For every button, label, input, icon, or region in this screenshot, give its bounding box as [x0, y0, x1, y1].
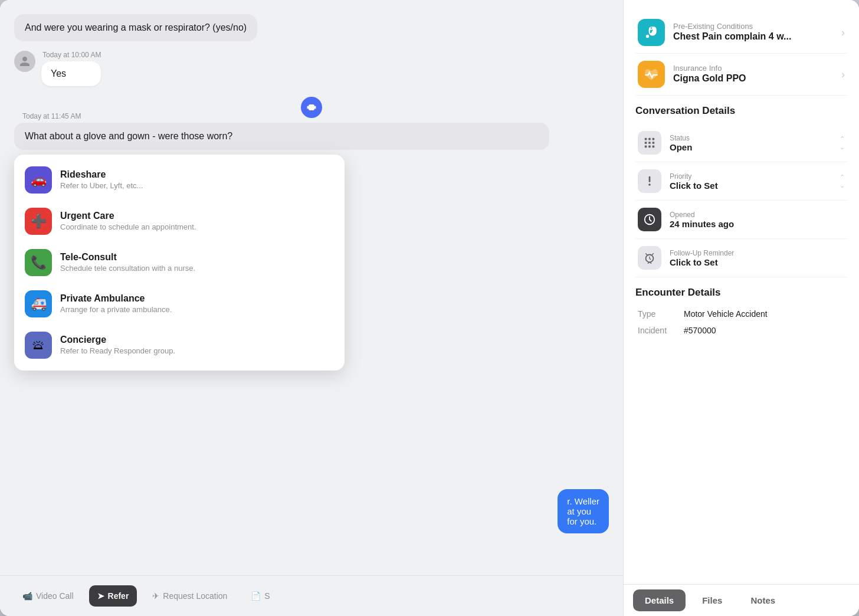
- status-grid-icon: [643, 136, 656, 149]
- follow-up-icon: [638, 246, 661, 270]
- follow-up-content: Follow-Up Reminder Click to Set: [670, 249, 845, 267]
- refer-item-rideshare[interactable]: 🚗 Rideshare Refer to Uber, Lyft, etc...: [14, 159, 345, 201]
- private-ambulance-icon: 🚑: [25, 290, 52, 317]
- right-panel: Pre-Existing Conditions Chest Pain compl…: [623, 0, 859, 616]
- person-icon: [19, 55, 31, 67]
- rideshare-icon: 🚗: [25, 166, 52, 194]
- location-icon: ✈: [152, 591, 159, 601]
- user-message-bubble: Yes: [41, 61, 101, 86]
- partial-top-message: And were you wearing a mask or respirato…: [14, 14, 257, 41]
- user-message-row: Today at 10:00 AM Yes: [14, 51, 609, 86]
- tab-notes[interactable]: Notes: [739, 589, 787, 611]
- chat-bottom-bar: 📹 Video Call ➤ Refer ✈ Request Location …: [0, 575, 623, 616]
- svg-point-6: [646, 35, 649, 38]
- svg-rect-14: [648, 146, 651, 148]
- spacer: [14, 385, 609, 432]
- concierge-icon: 🛎: [25, 332, 52, 359]
- tab-details[interactable]: Details: [633, 589, 686, 611]
- chevron-up-icon: ⌃: [840, 174, 845, 181]
- refer-item-tele-consult[interactable]: 📞 Tele-Consult Schedule tele consultatio…: [14, 242, 345, 283]
- pre-existing-icon: [638, 19, 665, 46]
- priority-content: Priority Click to Set: [670, 172, 831, 191]
- svg-rect-7: [645, 138, 647, 140]
- chevron-down-icon: ⌄: [840, 182, 845, 189]
- bot-message-container: Today at 11:45 AM What about a glove and…: [14, 107, 609, 375]
- urgent-care-icon: ➕: [25, 208, 52, 235]
- refer-text-rideshare: Rideshare Refer to Uber, Lyft, etc...: [60, 169, 143, 191]
- pre-existing-chevron: ›: [841, 27, 845, 39]
- right-panel-tabs: Details Files Notes: [624, 584, 859, 616]
- user-msg-timestamp: Today at 10:00 AM: [42, 51, 101, 59]
- stethoscope-icon: [644, 25, 659, 40]
- status-chevron[interactable]: ⌃ ⌄: [840, 136, 845, 150]
- status-icon: [638, 131, 661, 155]
- refer-item-urgent-care[interactable]: ➕ Urgent Care Coordinate to schedule an …: [14, 201, 345, 242]
- insurance-card[interactable]: Insurance Info Cigna Gold PPO ›: [635, 54, 847, 96]
- bot-message-bubble: What about a glove and gown - were those…: [14, 123, 549, 150]
- encounter-type-row: Type Motor Vehicle Accident: [635, 306, 847, 322]
- chat-panel: And were you wearing a mask or respirato…: [0, 0, 623, 616]
- svg-rect-12: [653, 142, 655, 144]
- svg-rect-15: [653, 146, 655, 148]
- svg-rect-5: [310, 109, 313, 109]
- priority-icon: [638, 169, 661, 193]
- refer-text-private-ambulance: Private Ambulance Arrange for a private …: [60, 293, 172, 315]
- opened-icon: [638, 208, 661, 231]
- encounter-incident-row: Incident #570000: [635, 322, 847, 339]
- request-location-button[interactable]: ✈ Request Location: [144, 585, 235, 607]
- alarm-icon: [643, 251, 656, 264]
- status-content: Status Open: [670, 134, 831, 152]
- follow-up-row[interactable]: Follow-Up Reminder Click to Set: [635, 239, 847, 277]
- app-window: And were you wearing a mask or respirato…: [0, 0, 859, 616]
- clock-icon: [643, 213, 656, 226]
- svg-rect-16: [649, 176, 651, 182]
- svg-rect-0: [307, 106, 309, 109]
- encounter-section: Encounter Details Type Motor Vehicle Acc…: [635, 287, 847, 339]
- video-call-icon: 📹: [22, 591, 32, 601]
- heartbeat-icon: [644, 67, 659, 82]
- encounter-title: Encounter Details: [635, 287, 847, 299]
- right-panel-content: Pre-Existing Conditions Chest Pain compl…: [624, 0, 859, 584]
- svg-rect-4: [312, 106, 313, 107]
- refer-text-concierge: Concierge Refer to Ready Responder group…: [60, 334, 175, 356]
- conversation-details-title: Conversation Details: [635, 105, 847, 117]
- video-call-button[interactable]: 📹 Video Call: [14, 585, 82, 607]
- svg-rect-2: [309, 104, 314, 110]
- insurance-icon: [638, 61, 665, 88]
- chevron-down-icon: ⌄: [840, 144, 845, 150]
- refer-text-tele-consult: Tele-Consult Schedule tele consultation …: [60, 251, 195, 274]
- refer-button[interactable]: ➤ Refer: [89, 585, 137, 607]
- refer-item-private-ambulance[interactable]: 🚑 Private Ambulance Arrange for a privat…: [14, 283, 345, 325]
- priority-row[interactable]: Priority Click to Set ⌃ ⌄: [635, 162, 847, 201]
- insurance-text: Insurance Info Cigna Gold PPO: [673, 64, 746, 85]
- document-icon: 📄: [251, 591, 261, 601]
- svg-rect-1: [314, 106, 316, 109]
- user-bubble-wrap: Today at 10:00 AM Yes: [41, 51, 101, 86]
- priority-chevron[interactable]: ⌃ ⌄: [840, 174, 845, 189]
- opened-row: Opened 24 minutes ago: [635, 201, 847, 239]
- refer-dropdown: 🚗 Rideshare Refer to Uber, Lyft, etc... …: [14, 155, 345, 371]
- chat-messages: And were you wearing a mask or respirato…: [0, 0, 623, 575]
- svg-point-17: [648, 184, 651, 186]
- pre-existing-text: Pre-Existing Conditions Chest Pain compl…: [673, 22, 791, 43]
- refer-item-concierge[interactable]: 🛎 Concierge Refer to Ready Responder gro…: [14, 325, 345, 366]
- svg-rect-11: [648, 142, 651, 144]
- bot-icon: [301, 97, 322, 118]
- pre-existing-card[interactable]: Pre-Existing Conditions Chest Pain compl…: [635, 12, 847, 54]
- exclamation-icon: [643, 175, 656, 188]
- svg-rect-9: [653, 138, 655, 140]
- insurance-chevron: ›: [841, 68, 845, 81]
- svg-rect-3: [310, 106, 312, 107]
- status-row[interactable]: Status Open ⌃ ⌄: [635, 124, 847, 162]
- tab-files[interactable]: Files: [690, 589, 734, 611]
- avatar: [14, 51, 35, 72]
- svg-rect-8: [648, 138, 651, 140]
- refer-text-urgent-care: Urgent Care Coordinate to schedule an ap…: [60, 210, 196, 232]
- svg-rect-10: [645, 142, 647, 144]
- tele-consult-icon: 📞: [25, 249, 52, 276]
- files-button[interactable]: 📄 S: [242, 585, 278, 607]
- refer-arrow-icon: ➤: [97, 591, 104, 601]
- bot-icon-svg: [306, 101, 317, 113]
- chevron-up-icon: ⌃: [840, 136, 845, 142]
- opened-content: Opened 24 minutes ago: [670, 211, 845, 229]
